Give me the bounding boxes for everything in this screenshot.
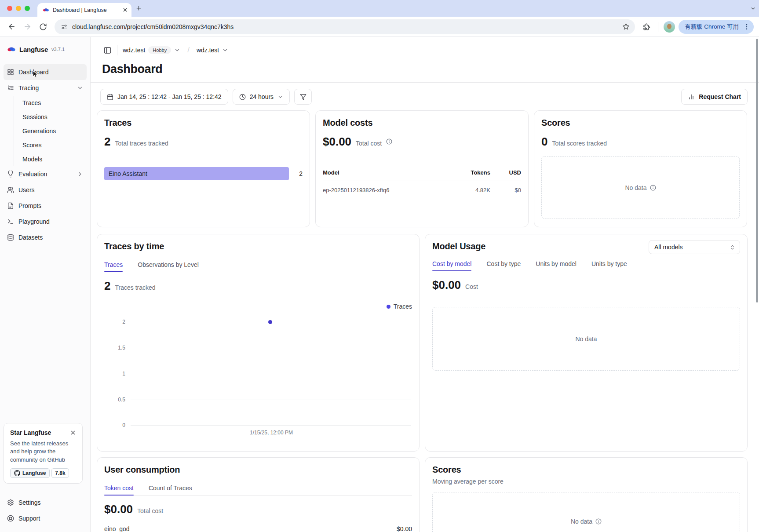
project-switcher[interactable]: wdz.test	[197, 47, 228, 54]
tab-units-by-type[interactable]: Units by type	[591, 260, 627, 271]
model-filter-select[interactable]: All models	[649, 240, 740, 254]
sidebar-item-label: Dashboard	[18, 69, 49, 76]
tab-count-of-traces[interactable]: Count of Traces	[149, 485, 192, 495]
tab-close-icon[interactable]	[122, 7, 128, 13]
close-icon[interactable]	[70, 430, 76, 436]
window-controls	[7, 6, 30, 11]
sidebar-item-users[interactable]: Users	[4, 182, 87, 198]
calendar-icon	[107, 94, 113, 100]
scores-card: Scores 0 Total scores tracked No data	[534, 110, 747, 227]
chevron-down-icon[interactable]	[222, 47, 228, 53]
dashboard-grid-icon	[7, 69, 14, 76]
tab-strip-chevron-icon[interactable]	[750, 6, 756, 11]
filter-bar: Jan 14, 25 : 12:42 - Jan 15, 25 : 12:42 …	[97, 89, 748, 105]
traces-by-time-tabs: Traces Observations by Level	[104, 261, 412, 272]
sidebar-item-settings[interactable]: Settings	[4, 495, 87, 510]
profile-avatar[interactable]	[664, 21, 675, 33]
filter-button[interactable]	[294, 89, 312, 105]
traces-total-caption: Total traces tracked	[115, 140, 168, 147]
cards-row-3: User consumption Token cost Count of Tra…	[97, 457, 748, 532]
date-range-button[interactable]: Jan 14, 25 : 12:42 - Jan 15, 25 : 12:42	[100, 89, 228, 105]
list-item[interactable]: eino_god $0.00	[104, 525, 412, 532]
sidebar-item-prompts[interactable]: Prompts	[4, 198, 87, 214]
request-chart-button[interactable]: Request Chart	[681, 89, 748, 105]
brand[interactable]: Langfuse v3.7.1	[4, 43, 87, 55]
minimize-window-button[interactable]	[16, 6, 21, 11]
info-icon[interactable]	[595, 518, 602, 525]
back-icon[interactable]	[5, 21, 18, 33]
user-cost: $0.00	[397, 525, 412, 532]
tab-token-cost[interactable]: Token cost	[104, 485, 134, 495]
org-switcher[interactable]: wdz.test Hobby	[123, 46, 180, 54]
tracing-submenu: Traces Sessions Generations Scores Model…	[14, 96, 87, 166]
sidebar-toggle-icon[interactable]	[103, 46, 112, 55]
tab-observations-by-level[interactable]: Observations by Level	[138, 261, 199, 272]
sidebar-item-datasets[interactable]: Datasets	[4, 230, 87, 245]
scores-total-caption: Total scores tracked	[552, 140, 607, 147]
column-header: USD	[490, 169, 521, 176]
new-tab-button[interactable]	[135, 5, 142, 11]
chevron-down-icon[interactable]	[174, 47, 180, 53]
sidebar-item-scores[interactable]: Scores	[22, 138, 87, 152]
star-card-body: See the latest releases and help grow th…	[10, 440, 76, 464]
file-text-icon	[7, 202, 14, 209]
github-star-button[interactable]: Langfuse	[10, 468, 50, 478]
url-text[interactable]: cloud.langfuse.com/project/cm50idm0208mx…	[72, 23, 618, 30]
org-name[interactable]: wdz.test	[123, 47, 145, 54]
tab-units-by-model[interactable]: Units by model	[536, 260, 577, 271]
sidebar-item-support[interactable]: Support	[4, 510, 87, 526]
traces-card: Traces 2 Total traces tracked Eino Assis…	[97, 110, 310, 227]
info-icon[interactable]	[386, 138, 392, 145]
time-preset-button[interactable]: 24 hours	[233, 89, 290, 105]
model-costs-caption: Total cost	[356, 140, 382, 147]
zoom-window-button[interactable]	[25, 6, 30, 11]
sidebar-item-generations[interactable]: Generations	[22, 124, 87, 138]
clock-icon	[239, 94, 246, 100]
site-info-icon[interactable]	[61, 23, 68, 30]
info-icon[interactable]	[650, 185, 656, 191]
browser-menu-icon[interactable]	[743, 23, 750, 30]
sidebar-item-sessions[interactable]: Sessions	[22, 110, 87, 124]
trace-name-bar[interactable]: Eino Assistant	[104, 167, 289, 180]
sidebar-item-evaluation[interactable]: Evaluation	[4, 166, 87, 182]
column-header: Model	[323, 169, 449, 176]
model-usage-tabs: Cost by model Cost by type Units by mode…	[432, 260, 740, 271]
tab-cost-by-model[interactable]: Cost by model	[432, 260, 471, 271]
sidebar-footer: Settings Support	[4, 495, 87, 526]
sidebar-item-label: Tracing	[18, 84, 39, 91]
url-bar[interactable]: cloud.langfuse.com/project/cm50idm0208mx…	[55, 19, 635, 34]
model-tokens: 4.82K	[449, 187, 490, 193]
reload-icon[interactable]	[37, 21, 49, 33]
no-data-label: No data	[575, 335, 597, 343]
no-data-label: No data	[625, 184, 646, 191]
github-star-count[interactable]: 7.8k	[51, 468, 69, 478]
tab-traces[interactable]: Traces	[104, 261, 123, 272]
page-scrollbar[interactable]	[756, 39, 758, 302]
model-name: ep-20250112193826-xftq6	[323, 187, 449, 193]
data-point[interactable]	[268, 320, 272, 324]
user-consumption-value: $0.00	[104, 503, 133, 516]
sidebar-item-label: Support	[18, 515, 40, 522]
table-row[interactable]: ep-20250112193826-xftq6 4.82K $0	[323, 181, 521, 193]
sidebar-item-models[interactable]: Models	[22, 152, 87, 166]
sidebar-item-traces[interactable]: Traces	[22, 96, 87, 110]
chrome-update-button[interactable]: 有新版 Chrome 可用	[679, 20, 754, 34]
sidebar-item-tracing[interactable]: Tracing	[4, 80, 87, 96]
forward-icon[interactable]	[21, 21, 33, 33]
sidebar-item-label: Settings	[18, 499, 41, 506]
tab-cost-by-type[interactable]: Cost by type	[486, 260, 521, 271]
bookmark-star-icon[interactable]	[622, 23, 630, 30]
y-tick: 1	[104, 371, 125, 377]
sidebar-item-label: Models	[22, 156, 42, 163]
project-name[interactable]: wdz.test	[197, 47, 219, 54]
chart-legend: Traces	[104, 303, 412, 310]
close-window-button[interactable]	[7, 6, 12, 11]
chevron-down-icon	[77, 85, 83, 91]
browser-tab[interactable]: Dashboard | Langfuse	[37, 3, 131, 17]
extensions-icon[interactable]	[640, 21, 653, 33]
sidebar-item-dashboard[interactable]: Dashboard	[4, 64, 87, 80]
y-tick: 2	[104, 319, 125, 325]
scores-subtitle: Moving average per score	[432, 478, 740, 485]
sidebar-item-playground[interactable]: Playground	[4, 214, 87, 230]
model-filter-value: All models	[654, 244, 683, 251]
